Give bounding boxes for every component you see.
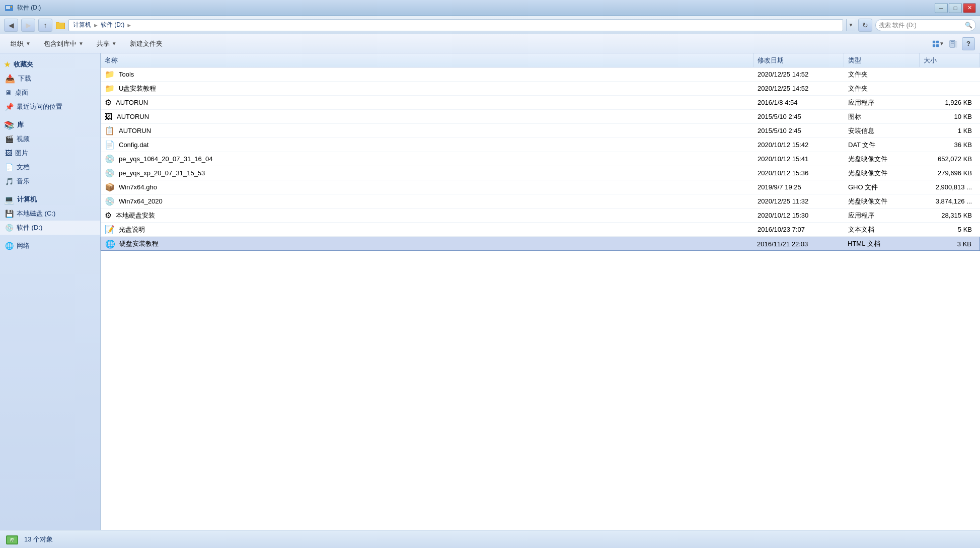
file-modified-cell: 2015/5/10 2:45 — [753, 124, 844, 138]
col-type[interactable]: 类型 — [844, 53, 920, 67]
preview-button[interactable] — [947, 37, 960, 50]
table-row[interactable]: ⚙ 本地硬盘安装 2020/10/12 15:30 应用程序 28,315 KB — [101, 209, 980, 223]
svg-rect-2 — [11, 6, 12, 8]
library-button[interactable]: 包含到库中 ▼ — [38, 37, 89, 51]
svg-rect-5 — [56, 23, 64, 29]
share-button[interactable]: 共享 ▼ — [91, 37, 122, 51]
sidebar-item-image[interactable]: 🖼 图片 — [0, 146, 100, 160]
file-name: pe_yqs_xp_20_07_31_15_53 — [119, 169, 205, 177]
file-size-cell: 28,315 KB — [920, 209, 980, 222]
forward-button[interactable]: ▶ — [21, 19, 35, 32]
file-type-cell: 安装信息 — [844, 124, 920, 138]
sidebar-item-desktop[interactable]: 🖥 桌面 — [0, 86, 100, 100]
network-section: 🌐 网络 — [0, 239, 100, 253]
sidebar-item-download[interactable]: 📥 下载 — [0, 72, 100, 86]
drive-d-label: 软件 (D:) — [17, 223, 42, 232]
table-row[interactable]: 📦 Win7x64.gho 2019/9/7 19:25 GHO 文件 2,90… — [101, 180, 980, 194]
search-box[interactable]: 🔍 — [875, 19, 976, 31]
svg-rect-14 — [955, 41, 957, 47]
svg-text:W: W — [11, 539, 14, 542]
file-name-cell: 📝 光盘说明 — [101, 223, 753, 236]
table-row[interactable]: 🌐 硬盘安装教程 2016/11/21 22:03 HTML 文档 3 KB — [101, 237, 980, 251]
file-list-header: 名称 修改日期 类型 大小 — [101, 53, 980, 67]
up-button[interactable]: ↑ — [38, 19, 52, 32]
help-button[interactable]: ? — [962, 37, 975, 50]
file-modified-cell: 2020/10/12 15:36 — [753, 166, 844, 180]
sidebar-item-music[interactable]: 🎵 音乐 — [0, 174, 100, 188]
sidebar-item-network[interactable]: 🌐 网络 — [0, 239, 100, 253]
file-modified-cell: 2020/10/12 15:30 — [753, 209, 844, 222]
path-computer[interactable]: 计算机 — [73, 21, 91, 29]
svg-rect-12 — [951, 43, 954, 44]
table-row[interactable]: 📄 Config.dat 2020/10/12 15:42 DAT 文件 36 … — [101, 138, 980, 152]
empty-space — [101, 251, 980, 530]
drive-c-label: 本地磁盘 (C:) — [17, 209, 55, 218]
svg-rect-6 — [933, 40, 935, 43]
file-size-cell: 1,926 KB — [920, 96, 980, 109]
file-name: 光盘说明 — [119, 225, 145, 234]
minimize-button[interactable]: ─ — [935, 3, 948, 13]
table-row[interactable]: 🖼 AUTORUN 2015/5/10 2:45 图标 10 KB — [101, 110, 980, 124]
table-row[interactable]: 📋 AUTORUN 2015/5/10 2:45 安装信息 1 KB — [101, 124, 980, 138]
sidebar-item-recent[interactable]: 📌 最近访问的位置 — [0, 100, 100, 114]
drive-c-icon: 💾 — [5, 210, 14, 218]
network-label: 网络 — [17, 241, 30, 250]
file-name: pe_yqs_1064_20_07_31_16_04 — [119, 155, 213, 163]
sidebar-item-drive-c[interactable]: 💾 本地磁盘 (C:) — [0, 207, 100, 221]
toolbar-right: ▼ ? — [932, 37, 975, 50]
file-name: Tools — [119, 71, 134, 78]
desktop-label: 桌面 — [15, 88, 28, 97]
file-icon: 💿 — [105, 168, 115, 178]
table-row[interactable]: 💿 pe_yqs_1064_20_07_31_16_04 2020/10/12 … — [101, 152, 980, 166]
recent-icon: 📌 — [5, 103, 14, 111]
file-type-cell: 光盘映像文件 — [844, 194, 920, 208]
table-row[interactable]: 📁 U盘安装教程 2020/12/25 14:52 文件夹 — [101, 82, 980, 96]
location-icon — [55, 20, 65, 30]
file-icon: 📦 — [105, 182, 115, 192]
file-modified-cell: 2019/9/7 19:25 — [753, 180, 844, 194]
computer-header[interactable]: 💻 计算机 — [0, 192, 100, 207]
file-modified-cell: 2020/12/25 14:52 — [753, 67, 844, 81]
file-size-cell: 3 KB — [919, 237, 979, 250]
new-folder-button[interactable]: 新建文件夹 — [124, 37, 168, 51]
back-button[interactable]: ◀ — [4, 19, 18, 32]
table-row[interactable]: ⚙ AUTORUN 2016/1/8 4:54 应用程序 1,926 KB — [101, 96, 980, 110]
favorites-icon: ★ — [4, 60, 11, 68]
file-name-cell: 💿 pe_yqs_xp_20_07_31_15_53 — [101, 166, 753, 180]
close-button[interactable]: ✕ — [963, 3, 976, 13]
path-dropdown[interactable]: ▼ — [846, 19, 855, 31]
path-drive-d[interactable]: 软件 (D:) — [101, 21, 124, 29]
sidebar-item-video[interactable]: 🎬 视频 — [0, 132, 100, 146]
desktop-icon: 🖥 — [5, 89, 12, 97]
file-name-cell: 💿 pe_yqs_1064_20_07_31_16_04 — [101, 152, 753, 166]
table-row[interactable]: 📁 Tools 2020/12/25 14:52 文件夹 — [101, 67, 980, 82]
search-icon[interactable]: 🔍 — [965, 22, 972, 29]
sidebar-item-doc[interactable]: 📄 文档 — [0, 160, 100, 174]
col-name[interactable]: 名称 — [101, 53, 753, 67]
file-name-cell: ⚙ 本地硬盘安装 — [101, 209, 753, 222]
refresh-button[interactable]: ↻ — [858, 19, 872, 32]
table-row[interactable]: 📝 光盘说明 2016/10/23 7:07 文本文档 5 KB — [101, 223, 980, 237]
organize-button[interactable]: 组织 ▼ — [5, 37, 36, 51]
col-modified[interactable]: 修改日期 — [753, 53, 844, 67]
file-size-cell: 652,072 KB — [920, 152, 980, 166]
toolbar: 组织 ▼ 包含到库中 ▼ 共享 ▼ 新建文件夹 ▼ — [0, 34, 980, 53]
view-options-icon — [932, 40, 939, 48]
favorites-header[interactable]: ★ 收藏夹 — [0, 57, 100, 72]
file-size-cell: 2,900,813 ... — [920, 180, 980, 194]
col-size[interactable]: 大小 — [920, 53, 980, 67]
file-type-cell: 应用程序 — [844, 209, 920, 222]
image-label: 图片 — [15, 149, 28, 158]
search-input[interactable] — [879, 22, 963, 29]
file-type-cell: 文本文档 — [844, 223, 920, 236]
sidebar-item-drive-d[interactable]: 💿 软件 (D:) — [0, 221, 100, 235]
view-options-button[interactable]: ▼ — [932, 37, 945, 50]
table-row[interactable]: 💿 Win7x64_2020 2020/12/25 11:32 光盘映像文件 3… — [101, 194, 980, 209]
file-name: Win7x64_2020 — [119, 197, 163, 205]
file-name: AUTORUN — [119, 127, 151, 134]
table-row[interactable]: 💿 pe_yqs_xp_20_07_31_15_53 2020/10/12 15… — [101, 166, 980, 180]
address-path[interactable]: 计算机 ► 软件 (D:) ► — [68, 19, 843, 31]
maximize-button[interactable]: □ — [949, 3, 962, 13]
file-icon: ⚙ — [105, 211, 112, 220]
library-header[interactable]: 📚 库 — [0, 118, 100, 132]
